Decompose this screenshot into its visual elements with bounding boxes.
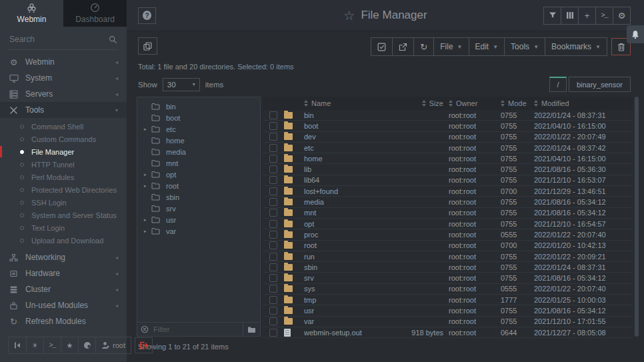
file-name[interactable]: etc [304,144,385,152]
file-name[interactable]: bin [304,111,385,119]
tree-filter-input[interactable] [152,325,239,334]
copy-path-button[interactable] [138,37,157,55]
tree-item[interactable]: mnt [137,157,260,169]
sidebar-item-refresh-modules[interactable]: ↻ Refresh Modules [0,313,127,329]
file-name[interactable]: var [304,317,385,325]
row-checkbox[interactable] [269,111,277,119]
columns-button[interactable] [561,7,578,24]
submenu-item[interactable]: System and Server Status [0,209,127,221]
theme-toggle-button[interactable]: ☀ [26,337,43,353]
table-row[interactable]: sbin root:root 0755 2022/01/24 - 08:37:3… [263,262,633,273]
sidebar-item-servers[interactable]: Servers ◂ [0,86,127,102]
favorites-button[interactable]: ★ [61,337,78,353]
expand-arrow-icon[interactable]: ▸ [144,172,151,177]
file-name[interactable]: mnt [304,209,385,217]
export-button[interactable] [392,38,413,55]
table-row[interactable]: media root:root 0755 2021/08/16 - 05:34:… [263,197,633,207]
help-button[interactable]: ? [138,7,156,24]
page-size-select[interactable]: 30 ▾ [163,78,200,91]
table-row[interactable]: srv root:root 0755 2021/08/16 - 05:34:12 [263,273,633,283]
row-checkbox[interactable] [269,263,277,271]
sidebar-item-unused-modules[interactable]: Un-used Modules ◂ [0,297,127,313]
expand-arrow-icon[interactable]: ▸ [144,217,151,223]
user-button[interactable]: root [95,337,131,353]
table-row[interactable]: var root:root 0755 2021/12/10 - 17:01:55 [263,317,633,327]
file-name[interactable]: root [304,241,385,249]
table-row[interactable]: boot root:root 0755 2021/04/10 - 16:15:0… [263,121,633,131]
sidebar-item-system[interactable]: System ◂ [0,70,127,86]
tree-item[interactable]: ▸ opt [137,169,260,180]
row-checkbox[interactable] [269,133,277,141]
expand-arrow-icon[interactable]: ▸ [144,229,151,234]
row-checkbox[interactable] [269,198,277,206]
table-row[interactable]: home root:root 0755 2021/04/10 - 16:15:0… [263,153,633,164]
row-checkbox[interactable] [269,231,277,239]
tree-item[interactable]: bin [137,101,260,112]
column-header-modified[interactable]: Modified [534,99,633,107]
sidebar-item-hardware[interactable]: Hardware ◂ [0,265,127,281]
column-header-owner[interactable]: Owner [449,99,501,107]
table-row[interactable]: etc root:root 0755 2022/01/24 - 08:37:42 [263,143,633,153]
table-row[interactable]: opt root:root 0755 2021/12/10 - 16:54:57 [263,219,633,229]
terminal-button[interactable]: >_ [43,337,61,353]
row-checkbox[interactable] [269,176,277,184]
sidebar-item-networking[interactable]: Networking ◂ [0,249,127,265]
column-header-mode[interactable]: Mode [501,99,534,107]
file-name[interactable]: run [304,253,385,261]
tree-item[interactable]: ▸ var [137,225,260,237]
table-row[interactable]: webmin-setup.out 918 bytes root:root 064… [263,327,633,338]
row-checkbox[interactable] [269,209,277,217]
file-name[interactable]: boot [304,122,385,130]
file-name[interactable]: home [304,155,385,163]
file-name[interactable]: lib64 [304,176,385,184]
submenu-item[interactable]: Protected Web Directories [0,183,127,196]
refresh-button[interactable]: ↻ [413,38,433,55]
breadcrumb-current-button[interactable]: binary_sensor [569,77,631,92]
file-name[interactable]: opt [304,220,385,228]
collapse-sidebar-button[interactable] [9,337,26,353]
tree-item[interactable]: srv [137,203,260,214]
table-row[interactable]: lost+found root:root 0700 2021/12/29 - 1… [263,186,633,197]
tree-item[interactable]: sbin [137,191,260,203]
file-name[interactable]: sbin [304,263,385,271]
file-name[interactable]: proc [304,231,385,239]
sidebar-item-cluster[interactable]: Cluster ◂ [0,281,127,297]
table-row[interactable]: root root:root 0700 2022/01/20 - 10:42:1… [263,241,633,251]
file-name[interactable]: sys [304,285,385,293]
choose-folder-button[interactable] [243,323,260,336]
submenu-item[interactable]: File Manager [0,145,127,158]
toolbar-menu[interactable]: Bookmarks ▼ [545,38,607,55]
row-checkbox[interactable] [269,285,277,293]
table-row[interactable]: bin root:root 0755 2022/01/24 - 08:37:31 [263,110,633,121]
row-checkbox[interactable] [269,165,277,173]
file-name[interactable]: dev [304,133,385,141]
tree-item[interactable]: ▸ root [137,180,260,191]
tree-item[interactable]: media [137,146,260,157]
row-checkbox[interactable] [269,307,277,315]
row-checkbox[interactable] [269,187,277,195]
table-row[interactable]: mnt root:root 0755 2021/08/16 - 05:34:12 [263,208,633,219]
shell-button[interactable]: >_ [595,7,613,24]
tab-dashboard[interactable]: Dashboard [63,0,127,27]
clear-filter-icon[interactable] [141,325,149,333]
sidebar-item-tools[interactable]: Tools ▾ [0,102,127,118]
column-header-size[interactable]: Size [385,99,449,107]
submenu-item[interactable]: Custom Commands [0,133,127,145]
tree-item[interactable]: boot [137,112,260,123]
table-row[interactable]: proc root:root 0555 2022/01/22 - 20:07:4… [263,229,633,240]
row-checkbox[interactable] [269,253,277,261]
table-row[interactable]: tmp root:root 1777 2022/01/25 - 10:00:03 [263,295,633,305]
file-name[interactable]: media [304,198,385,206]
table-row[interactable]: dev root:root 0755 2022/01/22 - 20:07:49 [263,132,633,143]
tree-item[interactable]: ▸ etc [137,123,260,135]
tab-webmin[interactable]: Webmin [0,0,63,27]
breadcrumb-root-button[interactable]: / [549,77,567,92]
add-button[interactable]: + [578,7,595,24]
logout-button[interactable] [135,337,153,353]
submenu-item[interactable]: Perl Modules [0,171,127,183]
table-row[interactable]: sys root:root 0555 2022/01/22 - 20:07:40 [263,284,633,295]
palette-button[interactable] [78,337,95,353]
row-checkbox[interactable] [269,329,277,337]
expand-arrow-icon[interactable]: ▸ [144,127,151,132]
submenu-item[interactable]: SSH Login [0,196,127,209]
